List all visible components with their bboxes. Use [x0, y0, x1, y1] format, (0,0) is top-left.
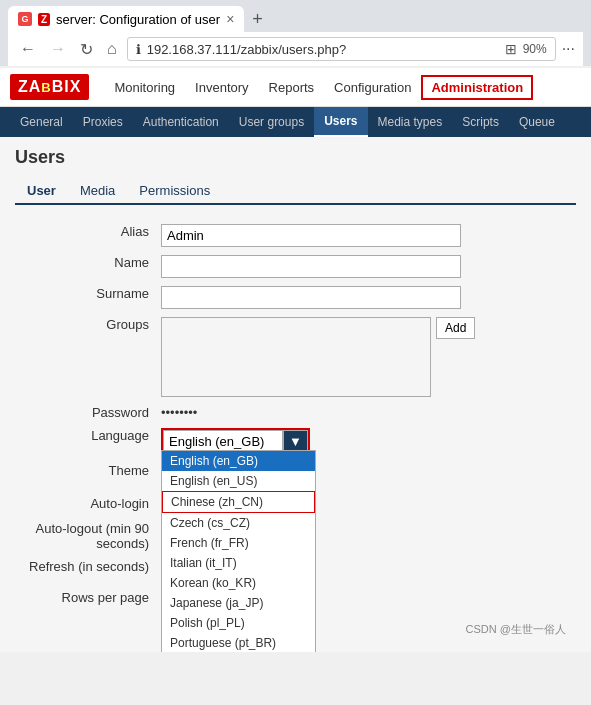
zoom-level: 90%	[523, 42, 547, 56]
zabbix-app: ZABBIX Monitoring Inventory Reports Conf…	[0, 68, 591, 652]
alias-input[interactable]	[161, 224, 461, 247]
user-form: Alias Name Surname	[15, 220, 576, 617]
tab-z-badge: Z	[38, 13, 50, 26]
forward-button[interactable]: →	[46, 38, 70, 60]
surname-label: Surname	[15, 282, 155, 313]
browser-tabs: G Z server: Configuration of user × +	[8, 6, 583, 32]
name-cell	[155, 251, 576, 282]
nav-administration[interactable]: Administration	[421, 75, 533, 100]
rows-label: Rows per page	[15, 586, 155, 617]
alias-label: Alias	[15, 220, 155, 251]
subnav-user-groups[interactable]: User groups	[229, 108, 314, 136]
tab-close-button[interactable]: ×	[226, 11, 234, 27]
dropdown-item-cs-cz[interactable]: Czech (cs_CZ)	[162, 513, 315, 533]
back-button[interactable]: ←	[16, 38, 40, 60]
alias-row: Alias	[15, 220, 576, 251]
language-row: Language ▼ English (en_GB) Engl	[15, 424, 576, 459]
lock-icon: ℹ	[136, 42, 141, 57]
language-dropdown-container: ▼ English (en_GB) English (en_US) Chines…	[161, 428, 310, 455]
qr-code-icon: ⊞	[505, 41, 517, 57]
groups-list[interactable]	[161, 317, 431, 397]
groups-cell: Add	[155, 313, 576, 401]
dropdown-item-en-us[interactable]: English (en_US)	[162, 471, 315, 491]
zabbix-logo: ZABBIX	[10, 74, 89, 100]
page-title: Users	[15, 147, 576, 168]
language-label: Language	[15, 424, 155, 459]
nav-inventory[interactable]: Inventory	[185, 75, 258, 100]
subnav-proxies[interactable]: Proxies	[73, 108, 133, 136]
tab-user[interactable]: User	[15, 178, 68, 205]
dropdown-item-pl-pl[interactable]: Polish (pl_PL)	[162, 613, 315, 633]
form-container: Alias Name Surname	[15, 220, 576, 617]
password-label: Password	[15, 401, 155, 424]
dropdown-item-ja-jp[interactable]: Japanese (ja_JP)	[162, 593, 315, 613]
nav-configuration[interactable]: Configuration	[324, 75, 421, 100]
main-navigation: Monitoring Inventory Reports Configurati…	[104, 75, 533, 100]
subnav-general[interactable]: General	[10, 108, 73, 136]
tab-title: server: Configuration of user	[56, 12, 220, 27]
name-row: Name	[15, 251, 576, 282]
groups-row: Groups Add	[15, 313, 576, 401]
subnav-queue[interactable]: Queue	[509, 108, 565, 136]
surname-cell	[155, 282, 576, 313]
surname-row: Surname	[15, 282, 576, 313]
nav-reports[interactable]: Reports	[259, 75, 325, 100]
browser-bar: ← → ↻ ⌂ ℹ 192.168.37.111/zabbix/users.ph…	[8, 32, 583, 66]
tab-permissions[interactable]: Permissions	[127, 178, 222, 203]
tab-favicon: G	[18, 12, 32, 26]
language-cell: ▼ English (en_GB) English (en_US) Chines…	[155, 424, 576, 459]
new-tab-button[interactable]: +	[246, 9, 269, 30]
alias-cell	[155, 220, 576, 251]
dropdown-item-fr-fr[interactable]: French (fr_FR)	[162, 533, 315, 553]
dropdown-item-en-gb[interactable]: English (en_GB)	[162, 451, 315, 471]
active-tab[interactable]: G Z server: Configuration of user ×	[8, 6, 244, 32]
reload-button[interactable]: ↻	[76, 38, 97, 61]
refresh-label: Refresh (in seconds)	[15, 555, 155, 586]
page-content: Users User Media Permissions Alias	[0, 137, 591, 652]
add-group-button[interactable]: Add	[436, 317, 475, 339]
sub-navigation: General Proxies Authentication User grou…	[0, 107, 591, 137]
password-cell: ••••••••	[155, 401, 576, 424]
tab-media[interactable]: Media	[68, 178, 127, 203]
home-button[interactable]: ⌂	[103, 38, 121, 60]
groups-container: Add	[161, 317, 570, 397]
form-tabs: User Media Permissions	[15, 178, 576, 205]
dropdown-item-it-it[interactable]: Italian (it_IT)	[162, 553, 315, 573]
dropdown-item-ko-kr[interactable]: Korean (ko_KR)	[162, 573, 315, 593]
autologout-label: Auto-logout (min 90 seconds)	[15, 517, 155, 555]
subnav-media-types[interactable]: Media types	[368, 108, 453, 136]
dropdown-item-zh-cn[interactable]: Chinese (zh_CN)	[162, 491, 315, 513]
name-input[interactable]	[161, 255, 461, 278]
password-placeholder: ••••••••	[161, 402, 197, 420]
browser-chrome: G Z server: Configuration of user × + ← …	[0, 0, 591, 66]
theme-label: Theme	[15, 459, 155, 492]
surname-input[interactable]	[161, 286, 461, 309]
dropdown-item-pt-br[interactable]: Portuguese (pt_BR)	[162, 633, 315, 652]
subnav-scripts[interactable]: Scripts	[452, 108, 509, 136]
name-label: Name	[15, 251, 155, 282]
groups-label: Groups	[15, 313, 155, 401]
more-options-button[interactable]: ···	[562, 40, 575, 58]
subnav-authentication[interactable]: Authentication	[133, 108, 229, 136]
address-bar[interactable]: ℹ 192.168.37.111/zabbix/users.php? ⊞ 90%	[127, 37, 556, 61]
password-row: Password ••••••••	[15, 401, 576, 424]
autologin-label: Auto-login	[15, 492, 155, 517]
app-header: ZABBIX Monitoring Inventory Reports Conf…	[0, 68, 591, 107]
subnav-users[interactable]: Users	[314, 107, 367, 137]
nav-monitoring[interactable]: Monitoring	[104, 75, 185, 100]
url-text: 192.168.37.111/zabbix/users.php?	[147, 42, 499, 57]
add-btn-container: Add	[436, 317, 475, 397]
language-dropdown-menu: English (en_GB) English (en_US) Chinese …	[161, 450, 316, 652]
